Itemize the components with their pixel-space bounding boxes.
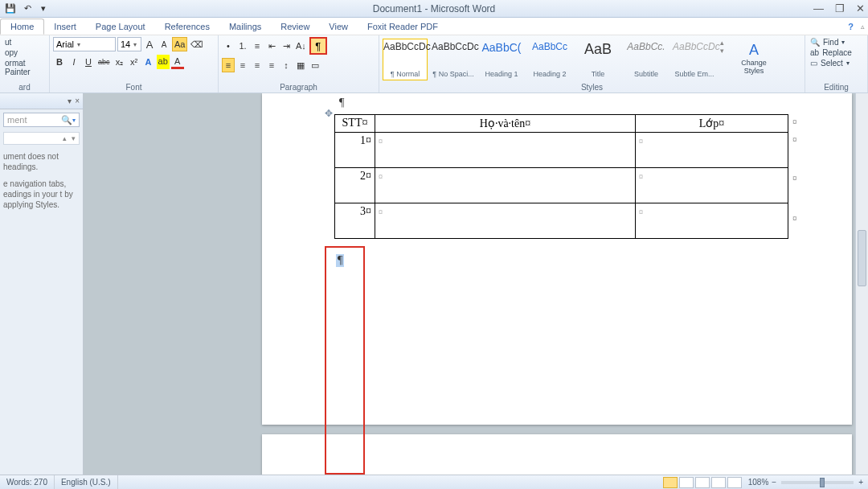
replace-button[interactable]: abReplace [809, 47, 864, 58]
th-lop[interactable]: Lớp¤ [636, 115, 788, 133]
shading-button[interactable]: ▦ [294, 58, 307, 72]
vertical-scrollbar[interactable] [855, 93, 868, 475]
replace-icon: ab [810, 48, 819, 57]
cell-r3c1[interactable]: 3¤ [335, 203, 375, 239]
change-styles-button[interactable]: A Change Styles [735, 39, 773, 75]
cell-r2c1[interactable]: 2¤ [335, 168, 375, 203]
tab-references[interactable]: References [155, 19, 219, 34]
zoom-in-button[interactable]: + [858, 478, 868, 487]
increase-indent-button[interactable]: ⇥ [280, 39, 293, 53]
style-subtitle[interactable]: AaBbCc.Subtitle [624, 39, 669, 80]
font-name-combo[interactable]: Arial▾ [53, 37, 116, 51]
cell-r1c1[interactable]: 1¤ [335, 133, 375, 168]
line-spacing-button[interactable]: ↕ [280, 58, 293, 72]
qat-save-icon[interactable]: 💾 [3, 2, 18, 16]
scroll-thumb[interactable] [858, 230, 866, 286]
tab-page-layout[interactable]: Page Layout [86, 19, 155, 34]
status-language[interactable]: English (U.S.) [55, 475, 118, 489]
style-no-spacing[interactable]: AaBbCcDc¶ No Spaci... [431, 39, 476, 80]
cell-r2c2[interactable]: ¤ [375, 168, 636, 203]
align-right-button[interactable]: ≡ [251, 58, 264, 72]
help-icon[interactable]: ? [848, 22, 854, 31]
justify-button[interactable]: ≡ [265, 58, 278, 72]
bullets-button[interactable]: • [222, 39, 235, 53]
highlight-button[interactable]: ab [157, 55, 170, 69]
navigation-pane: ▾ × ment 🔍▾ ▴ ▾ ument does not headings.… [0, 93, 84, 475]
nav-search-text: ment [7, 115, 27, 125]
th-hoten[interactable]: Họ·và·tên¤ [375, 115, 636, 133]
document-area[interactable]: ¶ ✥ STT¤ Họ·và·tên¤ Lớp¤ 1¤¤¤ 2¤¤¤ 3¤¤¤ … [84, 93, 868, 475]
style-title[interactable]: AaBTitle [575, 39, 620, 80]
chevron-down-icon[interactable]: ▾ [72, 134, 76, 142]
nav-tabs[interactable]: ▴ ▾ [3, 132, 80, 145]
styles-more-button[interactable]: ▴▾ [720, 39, 731, 55]
qat-more-icon[interactable]: ▾ [37, 2, 50, 16]
nav-search-input[interactable]: ment 🔍▾ [3, 113, 80, 127]
cell-r3c3[interactable]: ¤ [636, 203, 788, 239]
zoom-thumb[interactable] [820, 478, 825, 487]
borders-button[interactable]: ▭ [309, 58, 321, 72]
align-left-button[interactable]: ≡ [222, 58, 235, 72]
align-center-button[interactable]: ≡ [236, 58, 249, 72]
grow-font-button[interactable]: A [143, 37, 156, 51]
format-painter-button[interactable]: ormat Painter [3, 58, 46, 77]
table-move-handle-icon[interactable]: ✥ [325, 108, 333, 119]
find-button[interactable]: 🔍Find▾ [809, 37, 864, 47]
style-heading2[interactable]: AaBbCcHeading 2 [527, 39, 572, 80]
tab-review[interactable]: Review [271, 19, 319, 34]
tab-view[interactable]: View [319, 19, 358, 34]
view-full-screen[interactable] [679, 477, 694, 488]
cell-r3c2[interactable]: ¤ [375, 203, 636, 239]
sort-button[interactable]: A↓ [294, 39, 308, 53]
bold-button[interactable]: B [53, 55, 66, 69]
shrink-font-button[interactable]: A [158, 37, 170, 51]
tab-foxit[interactable]: Foxit Reader PDF [358, 19, 448, 34]
close-button[interactable]: ✕ [856, 2, 865, 14]
cell-r1c2[interactable]: ¤ [375, 133, 636, 168]
tab-insert[interactable]: Insert [44, 19, 86, 34]
strike-button[interactable]: abc [96, 55, 112, 69]
text-effects-button[interactable]: A [142, 55, 155, 69]
clear-format-button[interactable]: ⌫ [189, 37, 205, 51]
maximize-button[interactable]: ❐ [835, 2, 845, 14]
tab-mailings[interactable]: Mailings [219, 19, 271, 34]
view-outline[interactable] [711, 477, 726, 488]
nav-dropdown-icon[interactable]: ▾ [68, 97, 72, 105]
select-button[interactable]: ▭Select▾ [809, 58, 864, 68]
underline-button[interactable]: U [82, 55, 95, 69]
minimize-button[interactable]: — [813, 2, 824, 14]
style-heading1[interactable]: AaBbC(Heading 1 [479, 39, 524, 80]
document-table[interactable]: STT¤ Họ·và·tên¤ Lớp¤ 1¤¤¤ 2¤¤¤ 3¤¤¤ [334, 114, 788, 239]
style-normal[interactable]: AaBbCcDc¶ Normal [383, 39, 428, 80]
zoom-slider[interactable] [781, 481, 854, 484]
cell-r2c3[interactable]: ¤ [636, 168, 788, 203]
view-web-layout[interactable] [695, 477, 710, 488]
show-hide-marks-button[interactable]: ¶ [309, 37, 327, 55]
superscript-button[interactable]: x² [128, 55, 141, 69]
font-color-button[interactable]: A [171, 55, 184, 69]
numbering-button[interactable]: 1. [236, 39, 249, 53]
tab-home[interactable]: Home [0, 18, 44, 35]
zoom-level[interactable]: 108% [745, 478, 772, 487]
cut-button[interactable]: ut [3, 37, 46, 47]
copy-button[interactable]: opy [3, 47, 46, 58]
style-subtle-em[interactable]: AaBbCcDcSubtle Em... [672, 39, 717, 80]
multilevel-button[interactable]: ≡ [251, 39, 264, 53]
change-case-button[interactable]: Aa [172, 37, 187, 51]
th-stt[interactable]: STT¤ [335, 115, 375, 133]
chevron-up-icon[interactable]: ▴ [63, 134, 67, 142]
view-draft[interactable] [727, 477, 742, 488]
zoom-out-button[interactable]: − [772, 478, 776, 487]
view-print-layout[interactable] [663, 477, 678, 488]
font-size-combo[interactable]: 14▾ [117, 37, 141, 51]
window-title: Document1 - Microsoft Word [373, 3, 496, 14]
status-words[interactable]: Words: 270 [0, 475, 55, 489]
clipboard-label: ard [0, 83, 49, 92]
qat-undo-icon[interactable]: ↶ [21, 2, 34, 16]
italic-button[interactable]: I [68, 55, 80, 69]
decrease-indent-button[interactable]: ⇤ [265, 39, 278, 53]
cell-r1c3[interactable]: ¤ [636, 133, 788, 168]
collapse-ribbon-icon[interactable]: ▵ [861, 23, 865, 31]
subscript-button[interactable]: x₂ [113, 55, 126, 69]
nav-close-button[interactable]: × [75, 97, 80, 105]
